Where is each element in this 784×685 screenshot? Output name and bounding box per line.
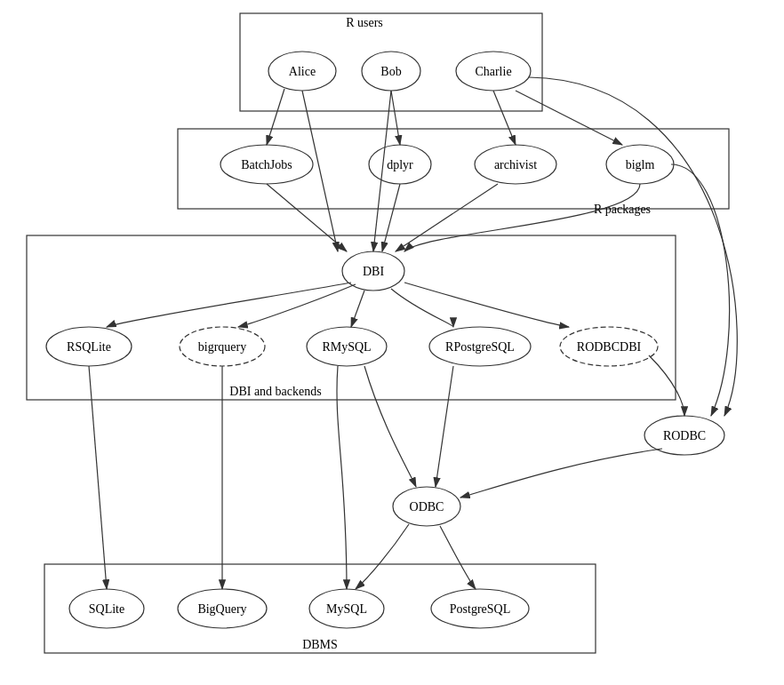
dbi-to-rsqlite-arrow (107, 283, 351, 327)
alice-label: Alice (289, 65, 316, 78)
biglm-label: biglm (626, 158, 655, 171)
odbc-to-mysql-arrow (356, 524, 409, 589)
rsqlite-label: RSQLite (67, 340, 111, 354)
rodbcdbi-label: RODBCDBI (577, 340, 642, 354)
postgresql-label: PostgreSQL (450, 602, 510, 616)
dbi-backends-label: DBI and backends (229, 385, 321, 398)
rodbcdbi-to-rodbc-arrow (649, 355, 684, 416)
dplyr-to-dbi-arrow (382, 184, 400, 251)
charlie-label: Charlie (475, 65, 511, 78)
biglm-to-dbi-arrow (404, 184, 640, 251)
alice-to-dbi-arrow (302, 91, 338, 251)
charlie-to-rodbc-arrow (529, 77, 737, 416)
archivist-label: archivist (494, 158, 537, 171)
dbi-to-rodbcdbi-arrow (404, 283, 569, 327)
r-users-label: R users (346, 16, 383, 29)
bob-label: Bob (380, 65, 401, 78)
batchjobs-label: BatchJobs (241, 158, 292, 171)
charlie-to-biglm-arrow (516, 91, 622, 145)
bigrquery-label: bigrquery (198, 340, 246, 354)
sqlite-label: SQLite (89, 602, 124, 616)
rpostgresql-label: RPostgreSQL (445, 340, 515, 354)
odbc-to-postgresql-arrow (440, 526, 476, 589)
mysql-label: MySQL (326, 602, 367, 616)
rodbc-label: RODBC (663, 429, 706, 442)
alice-to-batchjobs-arrow (267, 89, 284, 145)
rodbc-to-odbc-arrow (460, 449, 662, 498)
dbi-to-rmysql-arrow (351, 291, 364, 327)
dplyr-label: dplyr (387, 158, 413, 171)
biglm-to-rodbc-arrow (671, 164, 730, 416)
bob-to-dplyr-arrow (391, 91, 400, 145)
r-users-group (240, 13, 542, 111)
odbc-label: ODBC (410, 500, 444, 514)
rmysql-to-odbc-arrow (364, 366, 416, 487)
rmysql-label: RMySQL (322, 340, 371, 354)
batchjobs-to-dbi-arrow (267, 184, 347, 251)
dbi-to-bigrquery-arrow (238, 284, 356, 327)
archivist-to-dbi-arrow (396, 184, 498, 251)
bigquery-label: BigQuery (197, 602, 246, 616)
dbi-label: DBI (363, 265, 384, 278)
dbms-label: DBMS (302, 638, 338, 651)
rpostgresql-to-odbc-arrow (436, 366, 453, 487)
dbi-backends-group (27, 235, 676, 400)
charlie-to-archivist-arrow (493, 91, 516, 145)
